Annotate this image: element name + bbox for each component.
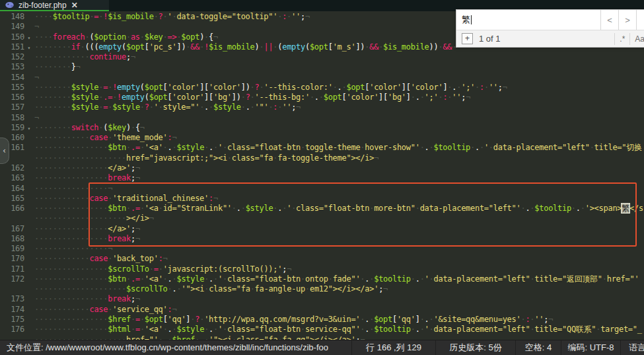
line-number: 170 xyxy=(0,254,30,264)
tab-title: zib-footer.php xyxy=(18,1,67,10)
code-text: ················break;¬ xyxy=(30,234,140,244)
line-number: 162 xyxy=(0,163,30,173)
line-number: 153 xyxy=(0,62,30,72)
code-line[interactable]: 157········$style·=·$style·?·'·style="'·… xyxy=(0,102,644,112)
line-number: 155 xyxy=(0,83,30,93)
line-number xyxy=(0,214,30,223)
search-box: 繁 < > + 1 of 1 .* Aa xyxy=(456,9,644,48)
status-cursor-position: 行 166 ,列 129 xyxy=(351,340,435,355)
line-number: 174 xyxy=(0,305,30,315)
code-line[interactable]: 163················break;¬ xyxy=(0,173,644,183)
line-number: 154 xyxy=(0,73,30,83)
status-encoding[interactable]: 编码: UTF-8 xyxy=(561,340,620,355)
fold-caret-icon[interactable]: ▾ xyxy=(27,33,30,43)
code-text: ············continue;¬ xyxy=(30,52,135,62)
code-line[interactable]: 162················</a>';¬ xyxy=(0,163,644,173)
code-line[interactable]: 173················break;¬ xyxy=(0,294,644,304)
line-number: 176 xyxy=(0,325,30,335)
line-number: 164 xyxy=(0,184,30,194)
code-line[interactable]: 153········}¬ xyxy=(0,62,644,72)
search-query-text: 繁 xyxy=(462,14,470,26)
php-file-icon xyxy=(5,1,14,9)
code-line[interactable]: 160············case·'theme_mode':¬ xyxy=(0,133,644,143)
line-number: 156 xyxy=(0,93,30,102)
code-line[interactable]: 172················$btn·.=·'<a'·.·$style… xyxy=(0,274,644,284)
toggle-replace-button[interactable]: + xyxy=(462,33,473,44)
code-line[interactable]: 166················$btn·.=·'<a·id="Stran… xyxy=(0,204,644,214)
chevron-left-icon: ‹ xyxy=(2,146,7,155)
panel-collapse-handle[interactable]: ‹ xyxy=(0,138,9,164)
code-text: ················break;¬ xyxy=(30,173,140,183)
search-next-button[interactable]: > xyxy=(619,10,637,30)
code-line[interactable]: 175················$href·=·$opt['qq']·?·… xyxy=(0,315,644,325)
status-file-path: 文件位置: /www/wwwroot/www.tfblog.cn/wp-cont… xyxy=(0,340,351,355)
search-input[interactable]: 繁 xyxy=(456,10,601,30)
status-language[interactable]: 语言 xyxy=(620,340,644,355)
code-line[interactable]: 171················$scrollTo·=·'javascri… xyxy=(0,264,644,274)
code-line[interactable]: 155········$style·=·!empty($opt['color']… xyxy=(0,83,644,93)
code-text: ¬ xyxy=(30,73,39,83)
line-number: 163 xyxy=(0,173,30,183)
search-prev-button[interactable]: < xyxy=(601,10,619,30)
code-text: ················¬ xyxy=(30,184,112,194)
code-text: ········$style·=·$style·?·'·style="'·.·$… xyxy=(30,102,301,112)
line-number: 150▾ xyxy=(0,32,30,42)
code-line[interactable]: 159▾········switch·($key)·{¬ xyxy=(0,123,644,133)
code-text: ················</a>';¬ xyxy=(30,224,140,234)
text-caret xyxy=(471,15,472,24)
search-result-count: 1 of 1 xyxy=(479,34,614,44)
tab-zib-footer[interactable]: zib-footer.php ✕ xyxy=(0,0,109,11)
code-line[interactable]: 167················</a>';¬ xyxy=(0,224,644,234)
line-number: 157 xyxy=(0,102,30,112)
code-line[interactable]: ····················href="javascript:;">… xyxy=(0,153,644,163)
code-line[interactable]: 176················$html·=·'<a'·.·$style… xyxy=(0,325,644,335)
case-toggle-button[interactable]: Aa xyxy=(629,33,644,45)
code-line[interactable]: 158¬ xyxy=(0,113,644,123)
code-text: ················$btn·.=·'<a'·.·$style·.·… xyxy=(30,274,639,284)
status-history-versions[interactable]: 历史版本: 5份 xyxy=(435,340,515,355)
line-number: 148 xyxy=(0,12,30,22)
code-line[interactable]: 174············case·'service_qq':¬ xyxy=(0,305,644,315)
code-text: ····················></i>¬ xyxy=(30,214,154,223)
line-number: 173 xyxy=(0,294,30,304)
status-bar: 文件位置: /www/wwwroot/www.tfblog.cn/wp-cont… xyxy=(0,340,644,355)
code-line[interactable]: 170············case·'back_top':¬ xyxy=(0,254,644,264)
code-editor[interactable]: 148····$tooltip·=·!$is_mobile·?·'·data-t… xyxy=(0,11,644,340)
line-number: 152 xyxy=(0,52,30,62)
code-line[interactable]: 165············case·'traditional_chinese… xyxy=(0,194,644,204)
code-line[interactable]: ····················$scrollTo·.·'"><i·cl… xyxy=(0,284,644,294)
code-text: ················$scrollTo·=·'javascript:… xyxy=(30,264,291,274)
line-number: 172 xyxy=(0,274,30,284)
code-line[interactable]: 169················¬ xyxy=(0,244,644,254)
code-text: ················$html·=·'<a'·.·$style·.·… xyxy=(30,325,642,335)
code-text: ········$style·.=·!empty($opt['color']['… xyxy=(30,93,470,102)
tab-close-icon[interactable]: ✕ xyxy=(71,1,78,9)
line-number: 175 xyxy=(0,315,30,325)
regex-toggle-button[interactable]: .* xyxy=(614,33,629,45)
code-text: ········switch·($key)·{¬ xyxy=(30,123,145,133)
code-line[interactable]: 164················¬ xyxy=(0,184,644,194)
line-number: 158 xyxy=(0,113,30,123)
code-text: ········$style·=·!empty($opt['color']['c… xyxy=(30,83,507,93)
search-options-row: + 1 of 1 .* Aa xyxy=(456,30,644,47)
code-text: ········}¬ xyxy=(30,62,81,72)
code-text: ················$href·=·$opt['qq']·?·'ht… xyxy=(30,315,553,325)
code-text: ············case·'back_top':¬ xyxy=(30,254,168,264)
search-extra-button[interactable] xyxy=(637,10,644,30)
code-text: ················</a>';¬ xyxy=(30,163,140,173)
code-text: ········if·(((empty($opt['pc_s'])·&&·!$i… xyxy=(30,42,456,52)
code-text: ················$btn·.=·'<a'·.·$style·.·… xyxy=(30,143,642,153)
fold-caret-icon[interactable]: ▾ xyxy=(27,124,30,134)
status-indent-spaces[interactable]: 空格: 4 xyxy=(515,340,561,355)
code-line[interactable]: 154¬ xyxy=(0,73,644,83)
code-line[interactable]: 168················break;¬ xyxy=(0,234,644,244)
code-line[interactable]: ····················></i>¬ xyxy=(0,214,644,223)
code-line[interactable]: 161················$btn·.=·'<a'·.·$style… xyxy=(0,143,644,153)
code-line[interactable]: 152············continue;¬ xyxy=(0,52,644,62)
line-number: 169 xyxy=(0,244,30,254)
code-line[interactable]: 156········$style·.=·!empty($opt['color'… xyxy=(0,93,644,102)
code-text: ¬ xyxy=(30,113,39,123)
code-text: ····foreach·($option·as·$key·=>·$opt)·{¬ xyxy=(30,32,218,42)
fold-caret-icon[interactable]: ▾ xyxy=(27,43,30,53)
code-text: ····$tooltip·=·!$is_mobile·?·'·data-togg… xyxy=(30,12,310,22)
